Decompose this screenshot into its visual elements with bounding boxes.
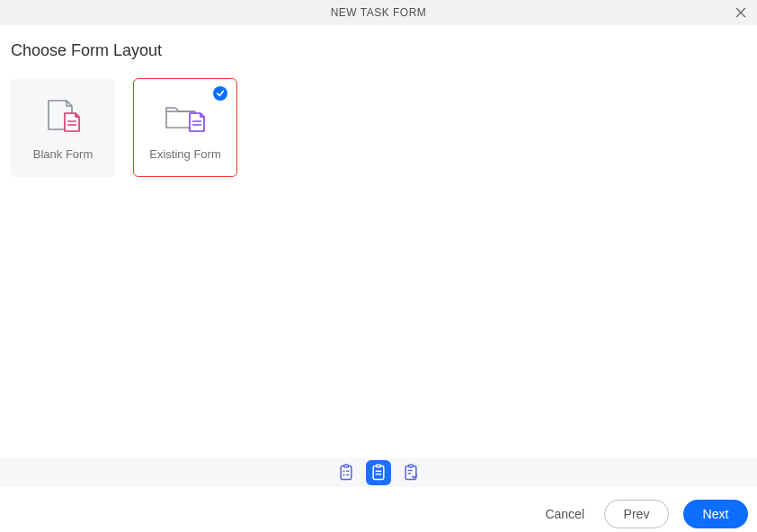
dialog-footer: Cancel Prev Next — [0, 496, 757, 532]
close-icon — [734, 5, 748, 20]
card-existing-form[interactable]: Existing Form — [133, 78, 237, 177]
svg-rect-10 — [373, 466, 384, 480]
selected-check-icon — [213, 86, 227, 101]
next-button[interactable]: Next — [683, 500, 748, 528]
svg-point-6 — [343, 470, 345, 472]
dialog-header: NEW TASK FORM — [0, 0, 757, 25]
existing-form-icon — [163, 95, 208, 137]
wizard-stepper — [0, 458, 757, 487]
prev-button[interactable]: Prev — [604, 500, 669, 528]
step-3-icon[interactable] — [398, 460, 423, 485]
svg-point-8 — [343, 474, 345, 476]
layout-options: Blank Form Existing Form — [11, 78, 746, 177]
card-blank-label: Blank Form — [33, 147, 93, 161]
step-2-icon[interactable] — [366, 460, 391, 485]
svg-rect-11 — [377, 465, 381, 467]
section-title: Choose Form Layout — [11, 41, 746, 60]
card-existing-label: Existing Form — [149, 147, 220, 161]
svg-rect-15 — [409, 465, 414, 467]
blank-form-icon — [43, 95, 83, 137]
step-1-icon[interactable] — [334, 460, 359, 485]
svg-rect-4 — [341, 466, 352, 480]
close-button[interactable] — [730, 2, 752, 23]
dialog-content: Choose Form Layout Blank Form — [0, 25, 757, 177]
card-blank-form[interactable]: Blank Form — [11, 78, 115, 177]
cancel-button[interactable]: Cancel — [539, 500, 590, 528]
svg-rect-5 — [344, 465, 349, 467]
dialog-title: NEW TASK FORM — [0, 6, 757, 19]
